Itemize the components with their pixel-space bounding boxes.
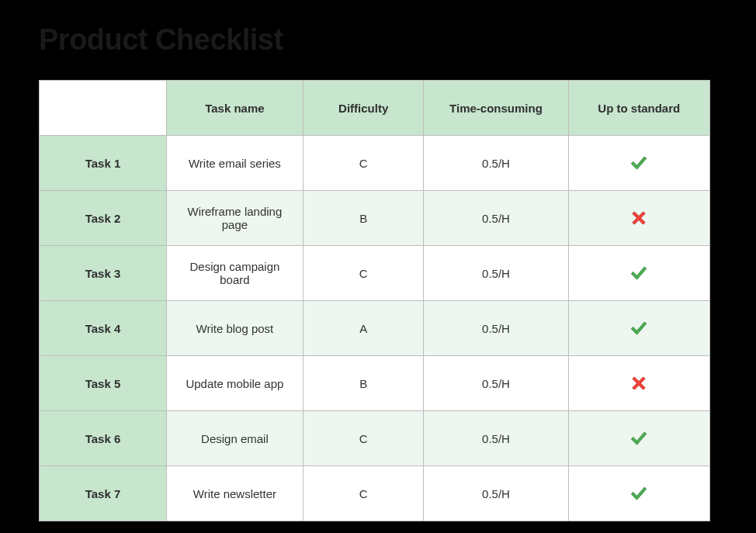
- row-label: Task 5: [40, 356, 167, 411]
- check-icon: [629, 428, 649, 448]
- row-label: Task 7: [40, 466, 167, 521]
- header-difficulty: Difficulty: [303, 81, 424, 136]
- cell-task-name: Update mobile app: [166, 356, 303, 411]
- table-row: Task 5Update mobile appB0.5/H: [40, 356, 710, 411]
- cell-task-name: Design campaign board: [166, 246, 303, 301]
- header-corner: [40, 81, 167, 136]
- cell-difficulty: B: [303, 191, 424, 246]
- row-label: Task 3: [40, 246, 167, 301]
- cell-status: [568, 411, 709, 466]
- cell-time: 0.5/H: [424, 301, 568, 356]
- table-row: Task 7Write newsletterC0.5/H: [40, 466, 710, 521]
- cross-icon: [629, 208, 649, 228]
- check-icon: [629, 263, 649, 283]
- check-icon: [629, 483, 649, 504]
- checklist-table: Task name Difficulty Time-consuming Up t…: [39, 80, 710, 521]
- cell-difficulty: C: [303, 246, 424, 301]
- table-row: Task 1Write email seriesC0.5/H: [40, 136, 710, 191]
- cell-time: 0.5/H: [424, 466, 568, 521]
- row-label: Task 4: [40, 301, 167, 356]
- cell-status: [568, 136, 709, 191]
- row-label: Task 6: [40, 411, 167, 466]
- cell-difficulty: C: [303, 411, 424, 466]
- header-standard: Up to standard: [568, 81, 709, 136]
- cell-status: [568, 301, 709, 356]
- check-icon: [629, 318, 649, 338]
- table-row: Task 3Design campaign boardC0.5/H: [40, 246, 710, 301]
- cell-task-name: Write blog post: [166, 301, 303, 356]
- cell-time: 0.5/H: [424, 411, 568, 466]
- table-row: Task 2Wireframe landing pageB0.5/H: [40, 191, 710, 246]
- cell-task-name: Write newsletter: [166, 466, 303, 521]
- cell-difficulty: C: [303, 466, 424, 521]
- cell-task-name: Design email: [166, 411, 303, 466]
- cell-status: [568, 246, 709, 301]
- cell-status: [568, 466, 709, 521]
- page-title: Product Checklist: [39, 23, 756, 57]
- cell-task-name: Write email series: [166, 136, 303, 191]
- check-icon: [629, 153, 649, 173]
- cell-difficulty: C: [303, 136, 424, 191]
- cell-time: 0.5/H: [424, 356, 568, 411]
- table-row: Task 4Write blog postA0.5/H: [40, 301, 710, 356]
- cell-difficulty: B: [303, 356, 424, 411]
- cross-icon: [629, 373, 649, 393]
- header-time: Time-consuming: [424, 81, 568, 136]
- row-label: Task 1: [40, 136, 167, 191]
- cell-task-name: Wireframe landing page: [166, 191, 303, 246]
- cell-time: 0.5/H: [424, 136, 568, 191]
- cell-status: [568, 191, 709, 246]
- row-label: Task 2: [40, 191, 167, 246]
- table-row: Task 6Design emailC0.5/H: [40, 411, 710, 466]
- cell-status: [568, 356, 709, 411]
- header-task-name: Task name: [166, 81, 303, 136]
- cell-time: 0.5/H: [424, 191, 568, 246]
- cell-difficulty: A: [303, 301, 424, 356]
- cell-time: 0.5/H: [424, 246, 568, 301]
